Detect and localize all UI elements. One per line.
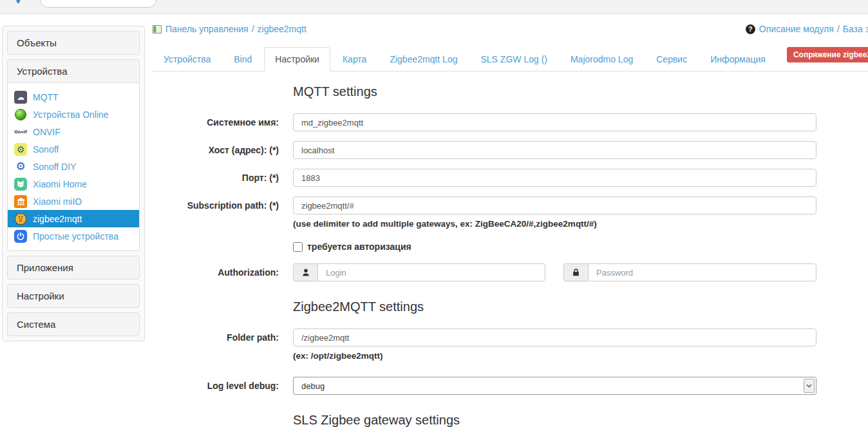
back-icon[interactable]: [15, 0, 21, 4]
sidebar-section-apps-header[interactable]: Приложения: [8, 256, 139, 279]
sidebar-item-label: MQTT: [33, 92, 59, 102]
sidebar-section-devices-header[interactable]: Устройства: [8, 60, 139, 82]
sidebar-section-devices: Устройства ☁ MQTT Устройства Online Onvi…: [7, 59, 140, 251]
sidebar-item-label: Xiaomi Home: [33, 179, 87, 189]
xiaomi-miio-icon: [14, 195, 27, 208]
login-field[interactable]: [317, 263, 545, 281]
sidebar: Объекты Устройства ☁ MQTT Устройства Onl…: [2, 26, 145, 341]
breadcrumb-current-link[interactable]: zigbee2mqtt: [258, 24, 307, 34]
sidebar-item-sonoff[interactable]: ⚙ Sonoff: [8, 140, 139, 158]
sidebar-section-settings: Настройки: [7, 284, 140, 308]
sidebar-section-apps: Приложения: [7, 256, 140, 280]
top-bar: [0, 0, 868, 14]
tab-bar: Устройства Bind Настройки Карта Zigbee2m…: [153, 47, 868, 71]
login-input-group: [293, 263, 545, 281]
panel-icon: [153, 25, 162, 33]
sidebar-item-simple-devices[interactable]: Простые устройства: [8, 227, 139, 245]
breadcrumb-separator: /: [252, 24, 254, 34]
tab-devices[interactable]: Устройства: [153, 47, 222, 71]
onvif-logo-icon: Onvif: [14, 126, 27, 138]
tab-majordomo-log[interactable]: Majorodmo Log: [560, 47, 644, 71]
sls-settings-title: SLS Zigbee gateway settings: [293, 413, 868, 427]
sidebar-item-label: zigbee2mqtt: [33, 214, 82, 224]
sonoff-diy-gear-icon: ⚙: [14, 160, 27, 173]
pairing-button[interactable]: Сопряжение zigbee2mqtt: [787, 47, 868, 62]
zigbee-bee-icon: [14, 213, 27, 225]
sidebar-item-sonoff-diy[interactable]: ⚙ Sonoff DIY: [8, 158, 139, 175]
tab-zigbee2mqtt-log[interactable]: Zigbee2mqtt Log: [379, 47, 468, 71]
help-separator: /: [837, 24, 840, 34]
sidebar-item-onvif[interactable]: Onvif ONVIF: [8, 123, 139, 140]
auth-required-checkbox[interactable]: [293, 242, 303, 252]
auth-required-label[interactable]: требуется авторизация: [307, 242, 411, 252]
folder-path-help: (ex: /opt/zigbee2mqtt): [293, 351, 816, 361]
green-sphere-icon: [14, 108, 27, 121]
sidebar-item-label: ONVIF: [33, 127, 61, 137]
port-label: Порт: (*): [153, 169, 279, 183]
log-level-selected-value: debug: [301, 381, 325, 391]
sidebar-item-devices-online[interactable]: Устройства Online: [8, 106, 139, 123]
xiaomi-home-icon: [14, 178, 27, 191]
sidebar-item-label: Sonoff DIY: [33, 162, 76, 172]
sidebar-section-objects-header[interactable]: Объекты: [8, 32, 139, 54]
chevron-down-icon[interactable]: [804, 379, 815, 393]
tab-settings[interactable]: Настройки: [264, 47, 330, 71]
host-field[interactable]: [293, 141, 816, 159]
search-input[interactable]: [40, 0, 156, 8]
sidebar-item-xiaomi-home[interactable]: Xiaomi Home: [8, 175, 139, 193]
subscription-path-label: Subscription path: (*): [153, 196, 279, 211]
main-content: Панель управления / zigbee2mqtt ? Описан…: [145, 14, 868, 427]
device-list: ☁ MQTT Устройства Online Onvif ONVIF ⚙ S…: [8, 82, 139, 251]
subscription-path-field[interactable]: [293, 196, 816, 214]
help-links: ? Описание модуля / База знаний: [746, 24, 868, 34]
sidebar-section-system-header[interactable]: Система: [8, 313, 139, 336]
sidebar-item-mqtt[interactable]: ☁ MQTT: [8, 88, 139, 106]
z2m-settings-title: Zigbee2MQTT settings: [293, 299, 868, 314]
sidebar-item-xiaomi-miio[interactable]: Xiaomi miIO: [8, 193, 139, 210]
knowledge-base-link[interactable]: База знаний: [843, 24, 868, 34]
sidebar-item-label: Устройства Online: [33, 109, 109, 120]
password-input-group: [563, 263, 816, 281]
tab-sls-zgw-log[interactable]: SLS ZGW Log (): [469, 47, 558, 71]
tab-service[interactable]: Сервис: [645, 47, 698, 71]
log-level-select[interactable]: debug: [293, 377, 816, 395]
sidebar-item-label: Простые устройства: [33, 231, 118, 242]
power-icon: [14, 230, 27, 243]
breadcrumb-root-link[interactable]: Панель управления: [165, 24, 249, 34]
user-icon: [293, 263, 317, 281]
mqtt-settings-title: MQTT settings: [293, 84, 868, 99]
sidebar-section-system: Система: [7, 312, 140, 336]
tab-information[interactable]: Информация: [699, 47, 777, 71]
port-field[interactable]: [293, 169, 816, 187]
question-icon: ?: [746, 24, 755, 34]
system-name-field[interactable]: [293, 113, 816, 131]
authorization-label: Authorization:: [153, 263, 279, 278]
tab-map[interactable]: Карта: [332, 47, 377, 71]
sidebar-section-settings-header[interactable]: Настройки: [8, 285, 139, 307]
sidebar-item-label: Xiaomi miIO: [33, 196, 82, 207]
host-label: Хост (адрес): (*): [153, 141, 279, 155]
password-field[interactable]: [588, 263, 816, 281]
log-level-label: Log level debug:: [153, 377, 279, 391]
breadcrumb: Панель управления / zigbee2mqtt: [153, 24, 307, 34]
subscription-path-help: (use delimiter to add multiple gateways,…: [293, 219, 816, 229]
module-description-link[interactable]: Описание модуля: [759, 24, 834, 34]
system-name-label: Системное имя:: [153, 113, 279, 128]
lock-icon: [563, 263, 588, 281]
sonoff-gear-icon: ⚙: [14, 143, 27, 156]
folder-path-field[interactable]: [293, 328, 816, 346]
folder-path-label: Folder path:: [153, 328, 279, 343]
tab-bind[interactable]: Bind: [223, 47, 263, 71]
sidebar-section-objects: Объекты: [7, 31, 140, 55]
sidebar-item-zigbee2mqtt[interactable]: zigbee2mqtt: [8, 210, 139, 227]
mqtt-cloud-icon: ☁: [14, 91, 27, 104]
sidebar-item-label: Sonoff: [33, 144, 59, 155]
